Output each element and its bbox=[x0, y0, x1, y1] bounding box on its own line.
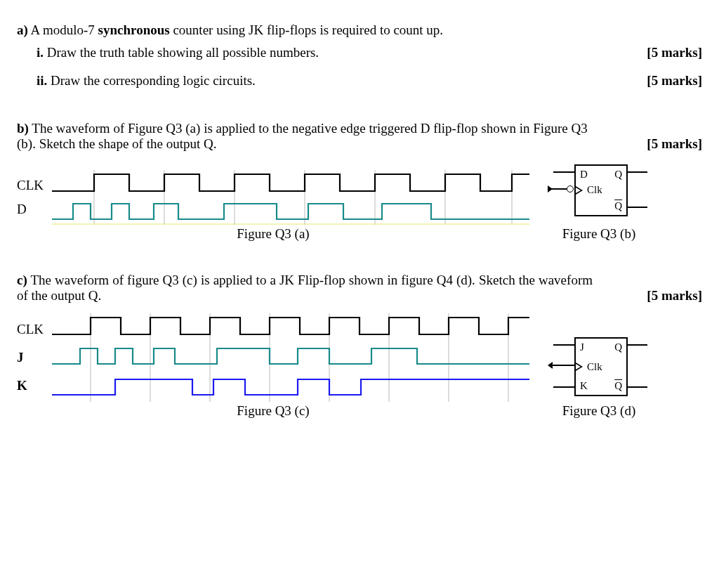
jk-flipflop: J Q Clk K Q bbox=[574, 337, 628, 396]
a-i-marks: [5 marks] bbox=[647, 45, 702, 60]
part-a-text-after: counter using JK flip-flops is required … bbox=[170, 22, 443, 37]
part-b: b) The waveform of Figure Q3 (a) is appl… bbox=[17, 121, 702, 152]
part-c: c) The waveform of figure Q3 (c) is appl… bbox=[17, 273, 702, 303]
pin-qbar: Q bbox=[614, 200, 622, 212]
label-j: J bbox=[17, 344, 48, 372]
figure-q3d: J Q Clk K Q Figure Q3 (d) bbox=[546, 332, 652, 419]
part-c-marks: [5 marks] bbox=[647, 288, 702, 303]
a-ii-marks: [5 marks] bbox=[647, 73, 702, 89]
figure-q3-row-b: CLK D Figure Q3 (a) bbox=[17, 162, 702, 242]
a-ii-prefix: ii. bbox=[37, 73, 47, 88]
part-a-bold: synchronous bbox=[98, 22, 170, 37]
part-a-intro: a) A modulo-7 synchronous counter using … bbox=[17, 22, 702, 38]
a-ii-text: Draw the corresponding logic circuits. bbox=[51, 73, 256, 88]
part-b-prefix: b) bbox=[17, 121, 29, 136]
pin-clk: Clk bbox=[587, 184, 602, 196]
part-b-text: The waveform of Figure Q3 (a) is applied… bbox=[17, 121, 588, 151]
waveform-q3a bbox=[52, 170, 529, 225]
pin-k: K bbox=[580, 380, 588, 392]
figure-q3a: CLK D Figure Q3 (a) bbox=[17, 170, 529, 242]
pin-clk-jk: Clk bbox=[587, 361, 602, 373]
caption-q3d: Figure Q3 (d) bbox=[562, 403, 635, 419]
caption-q3c: Figure Q3 (c) bbox=[237, 403, 309, 419]
label-k: K bbox=[17, 372, 48, 400]
label-clk-c: CLK bbox=[17, 315, 48, 344]
waveform-q3c bbox=[52, 313, 529, 402]
pin-q-jk: Q bbox=[614, 341, 622, 353]
d-flipflop: D Q Clk Q bbox=[574, 164, 628, 216]
neg-edge-bubble bbox=[567, 185, 574, 192]
part-a-prefix: a) bbox=[17, 22, 28, 37]
a-i-text: Draw the truth table showing all possibl… bbox=[47, 45, 319, 60]
label-d: D bbox=[17, 197, 48, 221]
caption-q3a: Figure Q3 (a) bbox=[237, 226, 309, 242]
part-a-i: i. Draw the truth table showing all poss… bbox=[17, 45, 702, 60]
part-b-marks: [5 marks] bbox=[647, 136, 702, 152]
figure-q3-row-c: CLK J K Figure Q3 (c) bbox=[17, 313, 702, 419]
part-c-text: The waveform of figure Q3 (c) is applied… bbox=[17, 273, 593, 303]
caption-q3b: Figure Q3 (b) bbox=[562, 226, 635, 242]
pin-j: J bbox=[580, 341, 584, 353]
pin-q: Q bbox=[614, 169, 622, 181]
pin-qbar-jk: Q bbox=[614, 380, 622, 392]
part-c-prefix: c) bbox=[17, 273, 27, 287]
figure-q3c: CLK J K Figure Q3 (c) bbox=[17, 313, 529, 419]
part-a-ii: ii. Draw the corresponding logic circuit… bbox=[17, 73, 702, 89]
a-i-prefix: i. bbox=[37, 45, 44, 60]
part-a-text-before: A modulo-7 bbox=[31, 22, 98, 37]
figure-q3b: D Q Clk Q Figure Q3 (b) bbox=[546, 162, 652, 242]
label-clk: CLK bbox=[17, 174, 48, 197]
pin-d: D bbox=[580, 169, 588, 181]
